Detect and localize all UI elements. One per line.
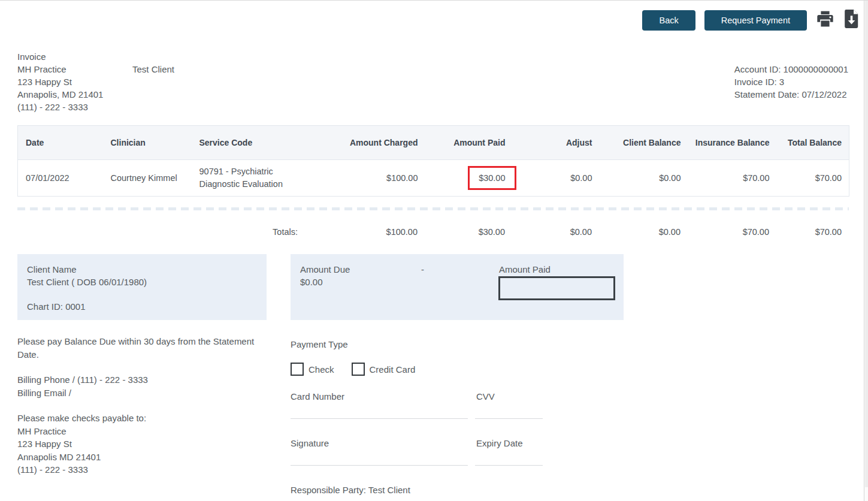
billing-instructions: Please pay Balance Due within 30 days fr…	[17, 335, 257, 476]
totals-label: Totals:	[193, 221, 304, 243]
cell-client-balance: $0.00	[598, 160, 687, 197]
col-amount-paid: Amount Paid	[424, 126, 512, 160]
download-button[interactable]	[843, 10, 860, 29]
amount-separator: -	[421, 264, 424, 274]
client-name-dob: Test Client ( DOB 06/01/1980)	[27, 276, 257, 288]
col-adjust: Adjust	[512, 126, 598, 160]
practice-name: MH Practice	[17, 63, 132, 76]
billing-email: Billing Email /	[17, 387, 257, 400]
cell-clinician: Courtney Kimmel	[105, 160, 193, 197]
chart-id: Chart ID: 0001	[27, 300, 257, 313]
cell-total-balance: $70.00	[776, 160, 849, 197]
col-total-balance: Total Balance	[776, 126, 849, 160]
check-checkbox[interactable]	[291, 363, 304, 376]
total-insurance-balance: $70.00	[686, 221, 775, 243]
scrollbar-thumb[interactable]	[865, 1, 868, 487]
page-title: Invoice	[17, 50, 174, 63]
client-name: Test Client	[132, 63, 174, 76]
pay-notice: Please pay Balance Due within 30 days fr…	[17, 335, 257, 361]
printer-icon	[816, 10, 834, 30]
amount-due-value: $0.00	[300, 277, 323, 287]
cvv-line	[475, 418, 543, 419]
amount-panel: Amount Due $0.00 - Amount Paid	[291, 254, 624, 320]
print-button[interactable]	[816, 10, 834, 29]
cell-date: 07/01/2022	[18, 160, 105, 197]
amount-paid-label: Amount Paid	[499, 264, 551, 274]
dashed-divider	[17, 207, 849, 210]
total-amount-charged: $100.00	[304, 221, 424, 243]
total-client-balance: $0.00	[598, 221, 686, 243]
total-amount-paid: $30.00	[424, 221, 511, 243]
cell-adjust: $0.00	[512, 160, 598, 197]
col-amount-charged: Amount Charged	[304, 126, 424, 160]
checks-payable-label: Please make checks payable to:	[17, 412, 257, 425]
expiry-date-label: Expiry Date	[476, 438, 523, 448]
invoice-id: Invoice ID: 3	[734, 76, 848, 88]
practice-address-line1: 123 Happy St	[17, 76, 174, 88]
cell-amount-paid: $30.00	[424, 160, 512, 197]
payment-type-options: Check Credit Card	[291, 363, 415, 376]
col-service-code: Service Code	[193, 126, 304, 160]
toolbar: Back Request Payment	[642, 10, 860, 31]
cell-insurance-balance: $70.00	[687, 160, 776, 197]
client-info-panel: Client Name Test Client ( DOB 06/01/1980…	[17, 254, 267, 320]
table-header-row: Date Clinician Service Code Amount Charg…	[18, 126, 849, 160]
charges-table: Date Clinician Service Code Amount Charg…	[17, 125, 849, 197]
col-insurance-balance: Insurance Balance	[687, 126, 776, 160]
amount-due-label: Amount Due	[300, 264, 350, 274]
practice-address-line2: Annapolis, MD 21401	[17, 88, 174, 101]
account-id: Account ID: 1000000000001	[734, 63, 848, 76]
client-name-label: Client Name	[27, 263, 257, 276]
credit-card-checkbox[interactable]	[352, 363, 365, 376]
cvv-label: CVV	[476, 391, 495, 402]
expiry-date-line	[475, 465, 543, 466]
col-client-balance: Client Balance	[598, 126, 687, 160]
col-clinician: Clinician	[105, 126, 193, 160]
back-button[interactable]: Back	[642, 10, 695, 31]
vertical-scrollbar[interactable]	[864, 1, 868, 501]
cell-service-code: 90791 - Psychiatric Diagnostic Evaluatio…	[193, 160, 304, 197]
account-info: Account ID: 1000000000001 Invoice ID: 3 …	[734, 63, 848, 101]
invoice-page: Back Request Payment	[0, 0, 868, 501]
responsible-party: Responsible Party: Test Client	[291, 485, 410, 495]
card-number-label: Card Number	[291, 391, 344, 402]
payee-phone: (111) - 222 - 3333	[17, 463, 257, 476]
col-date: Date	[18, 126, 105, 160]
request-payment-button[interactable]: Request Payment	[704, 10, 807, 31]
signature-label: Signature	[291, 438, 329, 448]
payee-address2: Annapolis MD 21401	[17, 451, 257, 464]
billing-phone: Billing Phone / (111) - 222 - 3333	[17, 373, 257, 387]
statement-date: Statement Date: 07/12/2022	[734, 88, 848, 101]
amount-paid-input[interactable]	[498, 276, 615, 300]
invoice-header: Invoice MH Practice Test Client 123 Happ…	[17, 50, 174, 113]
download-file-icon	[843, 10, 860, 30]
payment-form: Payment Type Check Credit Card Card Numb…	[291, 339, 626, 501]
payee-address1: 123 Happy St	[17, 437, 257, 451]
practice-phone: (111) - 222 - 3333	[17, 101, 174, 113]
total-total-balance: $70.00	[775, 221, 849, 243]
payment-type-label: Payment Type	[291, 339, 348, 349]
totals-row: Totals: $100.00 $30.00 $0.00 $0.00 $70.0…	[17, 221, 849, 243]
signature-line	[291, 465, 468, 466]
check-label: Check	[309, 364, 334, 375]
total-adjust: $0.00	[511, 221, 598, 243]
table-row: 07/01/2022 Courtney Kimmel 90791 - Psych…	[18, 160, 849, 197]
payee-name: MH Practice	[17, 425, 257, 438]
highlight-box: $30.00	[468, 166, 516, 190]
credit-card-label: Credit Card	[370, 364, 416, 375]
cell-amount-charged: $100.00	[304, 160, 424, 197]
card-number-line	[291, 418, 468, 419]
